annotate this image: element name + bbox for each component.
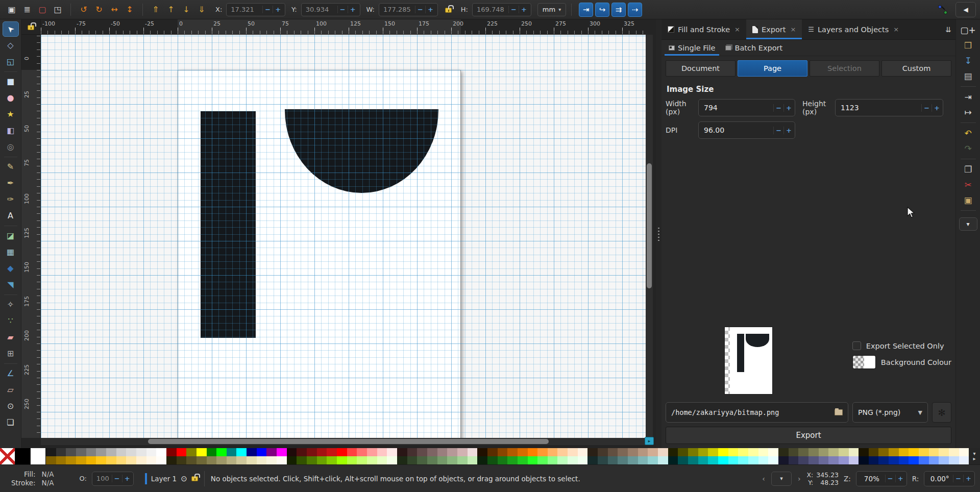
palette-swatch[interactable] — [899, 456, 909, 464]
close-icon[interactable]: × — [893, 26, 899, 33]
palette-swatch[interactable] — [156, 448, 166, 456]
palette-swatch[interactable] — [548, 448, 558, 456]
height-value[interactable]: 1123 — [841, 104, 921, 112]
tab-overflow-button[interactable]: ⇊ — [945, 19, 955, 39]
raise-icon[interactable]: ↑ — [163, 3, 179, 17]
zoom-tool[interactable]: ⊙ — [3, 399, 19, 414]
black-swatch[interactable] — [15, 448, 31, 464]
rotation-input[interactable]: 0.00° − + — [924, 471, 975, 486]
palette-swatch[interactable] — [578, 456, 588, 464]
save-icon[interactable]: ↧ — [960, 53, 977, 68]
selector-tool[interactable]: ➤ — [3, 21, 19, 37]
palette-swatch[interactable] — [136, 456, 146, 464]
zoom-minus-button[interactable]: − — [885, 475, 895, 482]
palette-swatch[interactable] — [728, 448, 739, 456]
flip-horizontal-icon[interactable]: ↔ — [107, 3, 122, 17]
palette-swatch[interactable] — [828, 456, 839, 464]
scale-corners-toggle[interactable]: ↪ — [595, 3, 609, 17]
palette-swatch[interactable] — [507, 456, 518, 464]
palette-swatch[interactable] — [949, 456, 959, 464]
palette-swatch[interactable] — [618, 456, 628, 464]
palette-swatch[interactable] — [798, 456, 808, 464]
scale-patterns-toggle[interactable]: ⇢ — [628, 3, 642, 17]
palette-swatch[interactable] — [277, 448, 287, 456]
palette-swatch[interactable] — [86, 456, 96, 464]
white-swatch[interactable] — [31, 448, 46, 464]
document-area-button[interactable]: Document — [666, 60, 736, 77]
rectangle-tool[interactable]: ■ — [3, 74, 19, 89]
width-minus-button[interactable]: − — [773, 104, 783, 112]
palette-swatch[interactable] — [297, 448, 307, 456]
palette-swatch[interactable] — [819, 448, 829, 456]
snap-controls-icon[interactable] — [937, 4, 948, 15]
palette-swatch[interactable] — [878, 456, 889, 464]
eraser-tool[interactable]: ▰ — [3, 330, 19, 345]
palette-swatch[interactable] — [658, 456, 668, 464]
gradient-tool[interactable]: ◪ — [3, 228, 19, 243]
palette-swatch[interactable] — [528, 448, 538, 456]
palette-swatch[interactable] — [608, 456, 618, 464]
export-selected-only-option[interactable]: Export Selected Only — [852, 341, 944, 350]
palette-swatch[interactable] — [166, 448, 177, 456]
palette-swatch[interactable] — [728, 456, 739, 464]
palette-swatch[interactable] — [889, 456, 899, 464]
y-plus-button[interactable]: + — [348, 6, 358, 13]
palette-swatch[interactable] — [518, 456, 528, 464]
opacity-plus-button[interactable]: + — [122, 475, 132, 482]
palette-swatch[interactable] — [46, 456, 56, 464]
palette-swatch[interactable] — [839, 456, 849, 464]
palette-swatch[interactable] — [236, 448, 247, 456]
calligraphy-tool[interactable]: ✑ — [3, 192, 19, 207]
palette-swatch[interactable] — [257, 456, 267, 464]
palette-swatch[interactable] — [437, 448, 448, 456]
palette-swatch[interactable] — [367, 456, 377, 464]
palette-swatch[interactable] — [96, 448, 106, 456]
spray-tool[interactable]: ∵ — [3, 313, 19, 329]
collapse-snap-bar-button[interactable]: ◀ — [955, 2, 976, 17]
palette-swatch[interactable] — [909, 456, 919, 464]
spiral-tool[interactable]: ◎ — [3, 139, 19, 155]
palette-swatch[interactable] — [347, 456, 357, 464]
page-area-button[interactable]: Page — [738, 60, 807, 77]
palette-swatch[interactable] — [427, 448, 437, 456]
pen-tool[interactable]: ✒ — [3, 176, 19, 191]
palette-swatch[interactable] — [869, 448, 879, 456]
dpi-minus-button[interactable]: − — [773, 127, 783, 134]
shape-builder-tool[interactable]: ◱ — [3, 54, 19, 69]
print-icon[interactable]: ▤ — [960, 68, 977, 84]
palette-swatch[interactable] — [177, 448, 187, 456]
palette-swatch[interactable] — [96, 456, 106, 464]
palette-swatch[interactable] — [216, 456, 227, 464]
w-plus-button[interactable]: + — [425, 6, 435, 13]
rotate-cw-icon[interactable]: ↻ — [91, 3, 107, 17]
custom-area-button[interactable]: Custom — [881, 60, 951, 77]
palette-swatch[interactable] — [628, 448, 638, 456]
x-plus-button[interactable]: + — [273, 6, 283, 13]
palette-swatch[interactable] — [608, 448, 618, 456]
y-minus-button[interactable]: − — [337, 6, 348, 13]
palette-swatch[interactable] — [257, 448, 267, 456]
height-minus-button[interactable]: − — [921, 104, 932, 112]
palette-swatch[interactable] — [247, 448, 257, 456]
palette-swatch[interactable] — [447, 456, 457, 464]
ellipse-tool[interactable]: ● — [3, 90, 19, 106]
palette-swatch[interactable] — [778, 448, 789, 456]
palette-swatch[interactable] — [417, 456, 427, 464]
mesh-gradient-tool[interactable]: ▦ — [3, 244, 19, 260]
palette-swatch[interactable] — [76, 456, 86, 464]
w-field[interactable]: 177.285 − + — [379, 3, 438, 16]
palette-swatch[interactable] — [46, 448, 56, 456]
palette-swatch[interactable] — [487, 448, 498, 456]
pages-tool[interactable]: ❏ — [3, 415, 19, 430]
palette-swatch[interactable] — [387, 456, 397, 464]
palette-swatch[interactable] — [959, 456, 969, 464]
x-field[interactable]: 17.321 − + — [226, 3, 285, 16]
layer-name[interactable]: Layer 1 — [151, 475, 177, 483]
palette-swatch[interactable] — [126, 456, 136, 464]
palette-swatch[interactable] — [808, 448, 819, 456]
palette-swatch[interactable] — [56, 456, 66, 464]
zoom-value[interactable]: 70% — [859, 475, 885, 483]
palette-swatch[interactable] — [236, 456, 247, 464]
palette-swatch[interactable] — [648, 448, 658, 456]
raise-to-top-icon[interactable]: ⇑ — [148, 3, 163, 17]
